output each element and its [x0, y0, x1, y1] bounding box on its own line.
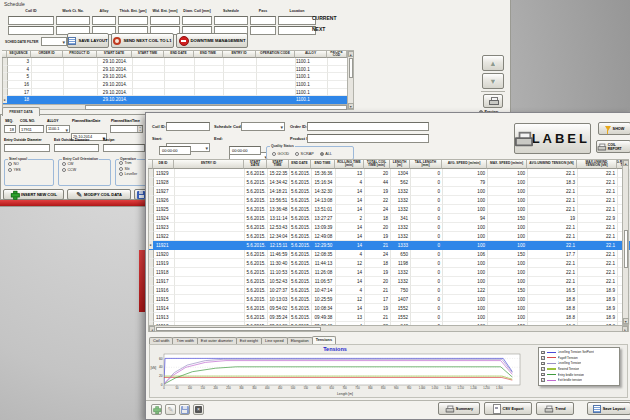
column-header[interactable]: END DATE: [164, 50, 194, 58]
radio-option-no[interactable]: NO: [8, 162, 53, 166]
table-row[interactable]: 119295.6.2015.15:22:355.6.2015.15:36:361…: [149, 169, 630, 178]
move-up-button[interactable]: ▲: [482, 55, 504, 71]
column-header[interactable]: RECIPE COD: [327, 50, 347, 58]
radio-option-leveller[interactable]: Leveller: [119, 172, 146, 176]
coil-info-current-field[interactable]: [182, 16, 212, 25]
downtime-management-button[interactable]: DOWNTIME MANAGEMENT: [176, 33, 248, 48]
column-header[interactable]: END DATE: [289, 159, 311, 169]
table-row[interactable]: 119265.6.2015.13:56:515.6.2015.14:13:081…: [149, 196, 630, 205]
coil-info-current-field[interactable]: [250, 16, 276, 25]
seq-field[interactable]: 18: [4, 125, 16, 133]
column-header[interactable]: START DATE: [244, 159, 267, 169]
column-header[interactable]: ENTRY ID: [223, 50, 256, 58]
tab-exit-outer-diameter[interactable]: Exit outer diameter: [197, 337, 237, 344]
order-id-input[interactable]: [307, 122, 429, 131]
table-row[interactable]: 529.10.2014.1100.1: [3, 73, 348, 81]
edit-record-button[interactable]: ✎: [165, 404, 176, 415]
radio-option-slit[interactable]: Slit: [119, 167, 146, 171]
summary-button[interactable]: Summary: [438, 402, 480, 415]
table-row[interactable]: 119195.6.2015.11:30:405.6.2015.11:44:131…: [149, 259, 630, 268]
save-record-button[interactable]: [179, 404, 190, 415]
legend-checkbox[interactable]: ✓: [541, 351, 545, 355]
legend-checkbox[interactable]: ✓: [541, 362, 545, 366]
alloy-dropdown[interactable]: 1100.1: [46, 125, 70, 133]
column-header[interactable]: ORDER ID: [31, 50, 63, 58]
exit-od-field[interactable]: [54, 144, 99, 152]
schedule-v-scrollbar[interactable]: ▲ ▼: [347, 50, 354, 110]
recipe-field[interactable]: [103, 144, 145, 152]
coil-info-next-field[interactable]: [278, 26, 316, 35]
show-button[interactable]: SHOW: [598, 122, 630, 135]
column-header[interactable]: START TIME: [267, 159, 289, 169]
table-row[interactable]: 119225.6.2015.12:34:045.6.2015.12:49:081…: [149, 232, 630, 241]
save-layout-button[interactable]: SAVE LAYOUT: [67, 33, 109, 48]
table-row[interactable]: 119285.6.2015.14:34:425.6.2015.15:16:344…: [149, 178, 630, 187]
table-row[interactable]: 119255.6.2015.13:36:485.6.2015.13:51:011…: [149, 205, 630, 214]
legend-checkbox[interactable]: ✓: [541, 356, 545, 360]
coil-info-current-field[interactable]: [8, 16, 54, 25]
radio-option-ccw[interactable]: CCW: [62, 168, 110, 172]
table-row[interactable]: 1629.10.2014.1100.1: [3, 81, 348, 89]
table-row[interactable]: 119245.6.2015.13:11:145.6.2015.13:27:272…: [149, 214, 630, 223]
column-header[interactable]: ENTRY ID: [174, 159, 244, 169]
coil-info-next-field[interactable]: [250, 26, 276, 35]
coil-no-field[interactable]: 17911: [19, 125, 44, 133]
table-row[interactable]: 429.10.2014.1100.1: [3, 66, 348, 74]
table-row[interactable]: 119155.6.2015.10:13:035.6.2015.10:25:591…: [149, 295, 630, 304]
table-row[interactable]: 329.10.2014.1100.1: [3, 58, 348, 66]
start-time-spinner[interactable]: 00:00:00: [159, 146, 191, 155]
legend-checkbox[interactable]: ✓: [541, 373, 545, 377]
legend-checkbox[interactable]: ✓: [541, 378, 545, 382]
column-header[interactable]: START TIME: [132, 50, 164, 58]
entry-od-field[interactable]: [4, 144, 50, 152]
tab-line-speed[interactable]: Line speed: [261, 337, 288, 344]
table-row[interactable]: 119145.6.2015.09:54:025.6.2015.10:08:341…: [149, 304, 630, 313]
table-row[interactable]: 119135.6.2015.09:35:245.6.2015.09:49:381…: [149, 313, 630, 322]
table-row[interactable]: 119185.6.2015.11:10:535.6.2015.11:26:081…: [149, 268, 630, 277]
column-header[interactable]: PRODUCT ID: [63, 50, 97, 58]
quality-radio-scrap[interactable]: SCRAP: [295, 152, 314, 156]
legend-checkbox[interactable]: ✓: [541, 367, 545, 371]
quality-radio-good[interactable]: GOOD: [272, 152, 289, 156]
coil-info-current-field[interactable]: [118, 16, 148, 25]
product-id-input[interactable]: [307, 134, 429, 143]
table-row[interactable]: 119205.6.2015.11:46:595.6.2015.12:08:354…: [149, 250, 630, 259]
column-header[interactable]: MAX.UNWIND TENSION [kN]: [577, 159, 617, 169]
modify-coil-data-button[interactable]: ✎ MODIFY COIL DATA: [67, 189, 131, 200]
insert-new-coil-button[interactable]: INSERT NEW COIL: [3, 189, 64, 200]
column-header[interactable]: TOTAL COIL TIME [min]: [364, 159, 390, 169]
delete-record-button[interactable]: ×: [193, 404, 204, 415]
column-header[interactable]: OPERATION CODE: [256, 50, 295, 58]
planned-start-time-field[interactable]: ▴▾: [110, 125, 143, 133]
table-row[interactable]: 119175.6.2015.10:52:435.6.2015.11:06:571…: [149, 277, 630, 286]
csv-export-button[interactable]: CSV Export: [484, 402, 532, 415]
preset-data-tab[interactable]: PRESET DATA: [2, 107, 40, 116]
column-header[interactable]: AVG.UNWIND TENSION [kN]: [527, 159, 577, 169]
coil-info-next-field[interactable]: [8, 26, 54, 35]
column-header[interactable]: DB ID: [153, 159, 174, 169]
save-layout-button[interactable]: Save Layout: [587, 402, 630, 415]
column-header[interactable]: ALLOY: [295, 50, 327, 58]
coil-info-current-field[interactable]: [92, 16, 116, 25]
column-header[interactable]: END TIME: [194, 50, 223, 58]
print-button[interactable]: [483, 94, 503, 108]
column-header[interactable]: ROLLING TIME [min]: [335, 159, 364, 169]
trend-button[interactable]: Trend: [536, 402, 574, 415]
tab-tensions[interactable]: Tensions: [312, 336, 336, 344]
table-row[interactable]: ▸119215.6.2015.12:15:115.6.2015.12:29:50…: [149, 241, 630, 250]
column-header[interactable]: START DATE: [97, 50, 132, 58]
coil-table-h-scrollbar[interactable]: ◂ ▸: [148, 325, 629, 332]
label-button[interactable]: LABEL: [514, 123, 591, 154]
tab-coil-width[interactable]: Coil width: [149, 337, 173, 344]
schedule-h-scrollbar[interactable]: [2, 104, 347, 110]
coil-info-current-field[interactable]: [56, 16, 90, 25]
table-row[interactable]: 119165.6.2015.10:27:375.6.2015.10:47:144…: [149, 286, 630, 295]
add-record-button[interactable]: [151, 404, 162, 415]
schedule-code-dropdown[interactable]: [241, 122, 285, 131]
coil-report-button[interactable]: COIL REPORT: [596, 140, 630, 153]
sched-date-filter-dropdown[interactable]: [41, 37, 67, 46]
coil-info-current-field[interactable]: [150, 16, 180, 25]
column-header[interactable]: LENGTH [m]: [390, 159, 410, 169]
radio-option-cw[interactable]: CW: [62, 162, 110, 166]
quality-radio-all[interactable]: ALL: [320, 152, 332, 156]
